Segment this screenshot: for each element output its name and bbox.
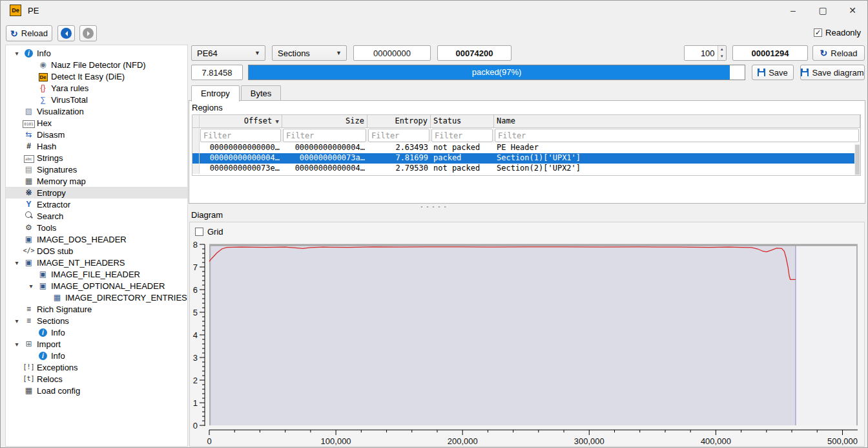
grid-checkbox[interactable]	[195, 228, 203, 236]
sidebar-item-load-config[interactable]: ▦Load config	[6, 385, 187, 396]
toolbar-reload-button[interactable]: ↻ Reload	[6, 25, 52, 41]
collapse-arrow-icon[interactable]: ▾	[11, 50, 23, 57]
relocs-icon: [t]	[23, 374, 35, 383]
grid-option[interactable]: Grid	[195, 227, 223, 237]
filter-input-name[interactable]	[495, 129, 859, 142]
sidebar-item-visualization[interactable]: ▨Visualization	[6, 105, 187, 117]
sidebar-item-label: Yara rules	[49, 83, 88, 93]
maximize-button[interactable]: ▢	[808, 1, 838, 20]
spinner-arrows[interactable]: ▲▼	[718, 46, 726, 60]
cell-status: not packed	[431, 143, 494, 153]
disasm-icon: ⇆	[23, 130, 35, 139]
filter-input-offset[interactable]	[200, 129, 281, 142]
filter-input-entropy[interactable]	[368, 129, 429, 142]
region-select[interactable]: Sections ▼	[272, 45, 347, 61]
forward-button[interactable]	[79, 25, 97, 41]
sidebar: ▾iInfo◉Nauz File Detector (NFD)DeDetect …	[5, 45, 188, 447]
tab-entropy[interactable]: Entropy	[191, 85, 240, 101]
sidebar-item-nauz-file-detector-nfd[interactable]: ◉Nauz File Detector (NFD)	[6, 59, 187, 70]
sidebar-item-info[interactable]: iInfo	[6, 350, 187, 361]
sidebar-item-memory-map[interactable]: ▦Memory map	[6, 175, 187, 187]
sidebar-item-label: Import	[35, 339, 61, 349]
sidebar-item-tools[interactable]: ⚙Tools	[6, 222, 187, 233]
save-button[interactable]: Save	[752, 65, 794, 80]
scrollbar-thumb[interactable]	[855, 145, 860, 175]
sidebar-item-entropy[interactable]: ※Entropy	[6, 187, 187, 198]
collapse-arrow-icon[interactable]: ▾	[11, 317, 23, 325]
sidebar-item-hex[interactable]: 0101Hex	[6, 117, 187, 129]
column-header-size[interactable]: Size	[282, 115, 367, 128]
filter-input-size[interactable]	[283, 129, 366, 142]
column-header-offset[interactable]: Offset ▼	[200, 115, 282, 128]
collapse-arrow-icon[interactable]: ▾	[11, 341, 23, 348]
readonly-checkbox[interactable]: ✓	[814, 28, 822, 37]
collapse-arrow-icon[interactable]: ▾	[25, 283, 37, 290]
collapse-arrow-icon[interactable]: ▾	[11, 259, 23, 266]
loadconfig-icon: ▦	[23, 386, 35, 395]
close-button[interactable]: ✕	[838, 1, 867, 20]
sidebar-item-detect-it-easy-die[interactable]: DeDetect It Easy (DiE)	[6, 70, 187, 82]
readonly-option[interactable]: ✓ Readonly	[814, 28, 861, 37]
minimize-button[interactable]: –	[778, 1, 808, 20]
column-header-entropy[interactable]: Entropy	[367, 115, 431, 128]
table-row[interactable]: 00000000000004…000000000073a…7.81699pack…	[192, 153, 860, 164]
sidebar-item-image-file-header[interactable]: ▣IMAGE_FILE_HEADER	[6, 268, 187, 280]
sidebar-item-virustotal[interactable]: ∑VirusTotal	[6, 94, 187, 105]
sidebar-item-dos-stub[interactable]: </>DOS stub	[6, 245, 187, 257]
total-entropy-field[interactable]	[191, 65, 243, 80]
filter-input-status[interactable]	[431, 129, 493, 142]
sidebar-item-import[interactable]: ▾⊞Import	[6, 338, 187, 350]
sidebar-item-search[interactable]: Search	[6, 210, 187, 222]
reload-icon: ↻	[820, 48, 828, 58]
file-range-band	[209, 244, 796, 425]
sidebar-item-image-optional-header[interactable]: ▾▣IMAGE_OPTIONAL_HEADER	[6, 280, 187, 292]
table-scrollbar[interactable]	[854, 144, 860, 175]
sidebar-item-label: Memory map	[35, 176, 86, 186]
sidebar-item-label: DOS stub	[35, 246, 73, 256]
cell-size: 00000000000004…	[282, 164, 367, 174]
sidebar-item-strings[interactable]: abcStrings	[6, 152, 187, 164]
sidebar-item-relocs[interactable]: [t]Relocs	[6, 373, 187, 385]
sidebar-item-info[interactable]: iInfo	[6, 326, 187, 338]
sidebar-item-label: IMAGE_DIRECTORY_ENTRIES	[63, 293, 187, 303]
splitter-handle[interactable]: • • • • •	[1, 205, 867, 210]
sidebar-item-label: Info	[35, 48, 51, 58]
table-row[interactable]: 00000000000000…00000000000004…2.63493not…	[192, 143, 860, 153]
navigation-tree: ▾iInfo◉Nauz File Detector (NFD)DeDetect …	[6, 45, 187, 396]
file-type-select[interactable]: PE64 ▼	[191, 45, 265, 61]
sidebar-item-image-nt-headers[interactable]: ▾▣IMAGE_NT_HEADERS	[6, 257, 187, 268]
sidebar-item-exceptions[interactable]: [!]Exceptions	[6, 361, 187, 373]
sidebar-item-image-dos-header[interactable]: ▣IMAGE_DOS_HEADER	[6, 233, 187, 245]
sidebar-item-signatures[interactable]: ▤Signatures	[6, 164, 187, 175]
sidebar-item-rich-signature[interactable]: ≡Rich Signature	[6, 303, 187, 315]
die-icon: De	[37, 72, 49, 81]
reload-button[interactable]: ↻ Reload	[812, 45, 865, 61]
sidebar-item-hash[interactable]: #Hash	[6, 140, 187, 152]
table-row[interactable]: 0000000000073e…00000000000004…2.79530not…	[192, 164, 860, 174]
sidebar-item-sections[interactable]: ▾≡Sections	[6, 315, 187, 326]
column-header-name[interactable]: Name	[494, 115, 860, 128]
back-button[interactable]	[57, 25, 75, 41]
cell-status: not packed	[431, 164, 494, 174]
sidebar-item-image-directory-entries[interactable]: ▦IMAGE_DIRECTORY_ENTRIES	[6, 292, 187, 303]
sidebar-item-yara-rules[interactable]: {}Yara rules	[6, 82, 187, 94]
sidebar-item-label: IMAGE_OPTIONAL_HEADER	[49, 281, 165, 291]
x-tick-label: 200,000	[448, 436, 478, 446]
save-diagram-button[interactable]: Save diagram	[800, 65, 865, 80]
sidebar-item-info[interactable]: ▾iInfo	[6, 47, 187, 59]
sidebar-item-disasm[interactable]: ⇆Disasm	[6, 129, 187, 140]
spin-up-icon[interactable]: ▲	[718, 46, 726, 53]
size-field[interactable]	[437, 45, 512, 61]
count-spinbox[interactable]: ▲▼	[684, 45, 727, 61]
offset-field[interactable]	[353, 45, 431, 61]
status-field[interactable]	[732, 45, 808, 61]
count-input[interactable]	[685, 46, 718, 60]
tab-bytes[interactable]: Bytes	[241, 85, 282, 101]
y-tick-label: 0	[193, 421, 198, 431]
grid-label: Grid	[207, 227, 223, 237]
exceptions-icon: [!]	[23, 363, 35, 372]
spin-down-icon[interactable]: ▼	[718, 53, 726, 60]
cell-offset: 00000000000000…	[200, 143, 282, 153]
column-header-status[interactable]: Status	[431, 115, 494, 128]
cell-entropy: 7.81699	[367, 153, 431, 164]
